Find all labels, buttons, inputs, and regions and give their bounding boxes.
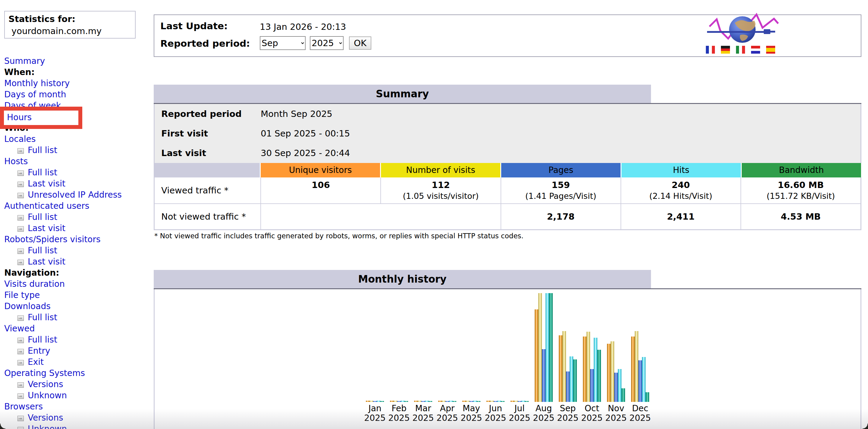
statistics-for-label: Statistics for: (8, 14, 135, 24)
annotation-red-box: Hours (0, 107, 82, 129)
sidebar-row-full-list: Full list (4, 245, 146, 256)
sidebar-row-file-type: File type (4, 290, 146, 301)
sidebar-item-unknown[interactable]: Unknown (28, 424, 67, 429)
bar-pages-apr-2025 (445, 401, 449, 402)
sidebar-row-full-list: Full list (4, 312, 146, 323)
flag-italy-icon[interactable] (736, 46, 745, 54)
monthly-history-title: Monthly history (154, 270, 651, 288)
sidebar-row-unknown: Unknown (4, 423, 146, 429)
year-select[interactable]: 2025 (310, 36, 344, 50)
info-label: Reported period (155, 109, 261, 119)
not-viewed-traffic-label: Not viewed traffic * (155, 204, 260, 229)
sidebar-item-versions[interactable]: Versions (28, 379, 63, 389)
reported-period-label: Reported period: (160, 38, 250, 49)
sidebar-item-entry[interactable]: Entry (28, 346, 50, 356)
bar-hits-mar-2025 (425, 401, 429, 402)
bar-bandwidth-jan-2025 (380, 401, 384, 402)
bar-bandwidth-jun-2025 (501, 401, 504, 402)
info-label: Last visit (155, 148, 261, 158)
summary-values-table: Viewed traffic *106112(1.05 visits/visit… (154, 177, 861, 230)
bar-number-of-visits-feb-2025 (394, 401, 397, 402)
info-value: Month Sep 2025 (261, 109, 333, 119)
sidebar-item-full-list[interactable]: Full list (28, 145, 57, 155)
sidebar-item-hosts[interactable]: Hosts (4, 156, 28, 166)
sidebar-item-hours[interactable]: Hours (7, 110, 32, 124)
window-corner-bottom-right (863, 424, 868, 429)
sidebar-item-last-visit[interactable]: Last visit (28, 179, 65, 189)
sidebar-item-operating-systems[interactable]: Operating Systems (4, 368, 85, 378)
sidebar-item-browsers[interactable]: Browsers (4, 402, 43, 411)
last-update-value: 13 Jan 2026 - 20:13 (260, 22, 346, 32)
not-viewed-empty-cell (260, 204, 500, 229)
sidebar-item-exit[interactable]: Exit (28, 357, 44, 367)
info-value: 30 Sep 2025 - 20:44 (261, 148, 350, 158)
submenu-icon (18, 316, 24, 321)
sidebar-item-days-of-month[interactable]: Days of month (4, 90, 66, 99)
bar-hits-jan-2025 (377, 401, 380, 402)
bar-bandwidth-mar-2025 (429, 401, 432, 402)
bar-number-of-visits-sep-2025 (562, 331, 566, 402)
bar-hits-feb-2025 (401, 401, 404, 402)
metric-header-bandwidth: Bandwidth (741, 163, 861, 177)
bar-number-of-visits-may-2025 (466, 401, 470, 402)
flag-netherlands-icon[interactable] (751, 46, 760, 54)
bar-pages-jan-2025 (373, 401, 377, 402)
viewed-traffic-label: Viewed traffic * (155, 177, 260, 203)
sidebar-row-operating-systems: Operating Systems (4, 367, 146, 379)
sidebar-row-days-of-month: Days of month (4, 89, 146, 100)
sidebar-item-robots-spiders-visitors[interactable]: Robots/Spiders visitors (4, 234, 100, 244)
bar-bandwidth-dec-2025 (646, 392, 649, 402)
awstats-logo (705, 11, 781, 45)
bar-bandwidth-nov-2025 (621, 388, 625, 402)
submenu-icon (18, 360, 24, 365)
bar-hits-may-2025 (473, 401, 477, 402)
ok-button[interactable]: OK (349, 36, 371, 50)
metric-header-spacer (154, 163, 260, 177)
bar-hits-nov-2025 (618, 369, 621, 402)
bar-unique-visitors-mar-2025 (414, 401, 418, 402)
sidebar-item-full-list[interactable]: Full list (28, 245, 57, 256)
sidebar-row-full-list: Full list (4, 167, 146, 178)
not-viewed-value-bandwidth: 4.53 MB (741, 204, 861, 229)
submenu-icon (18, 338, 24, 343)
info-row-reported-period: Reported periodMonth Sep 2025 (155, 104, 861, 124)
sidebar-item-full-list[interactable]: Full list (28, 312, 57, 322)
sidebar-item-full-list[interactable]: Full list (28, 167, 57, 177)
bar-unique-visitors-jul-2025 (510, 401, 514, 402)
sidebar-item-unknown[interactable]: Unknown (28, 390, 67, 400)
sidebar-item-downloads[interactable]: Downloads (4, 301, 51, 311)
viewed-value-pages: 159(1.41 Pages/Visit) (501, 177, 621, 203)
month-select[interactable]: Sep (260, 36, 306, 50)
sidebar-item-last-visit[interactable]: Last visit (28, 257, 65, 267)
sidebar-item-versions[interactable]: Versions (28, 413, 63, 423)
sidebar-row-summary: Summary (4, 56, 146, 67)
sidebar-item-full-list[interactable]: Full list (28, 335, 57, 344)
sidebar-item-last-visit[interactable]: Last visit (28, 223, 65, 233)
info-value: 01 Sep 2025 - 00:15 (261, 128, 350, 139)
sidebar-item-locales[interactable]: Locales (4, 134, 36, 144)
sidebar-item-summary[interactable]: Summary (4, 56, 45, 66)
bar-hits-oct-2025 (594, 338, 597, 402)
sidebar-item-authenticated-users[interactable]: Authenticated users (4, 201, 89, 211)
bar-number-of-visits-dec-2025 (635, 331, 638, 402)
sidebar-item-unresolved-ip-address[interactable]: Unresolved IP Address (28, 190, 122, 200)
sidebar-item-file-type[interactable]: File type (4, 290, 40, 300)
bar-unique-visitors-jun-2025 (487, 401, 490, 402)
sidebar-item-monthly-history[interactable]: Monthly history (4, 78, 70, 88)
submenu-icon (18, 416, 24, 421)
viewed-value-hits: 240(2.14 Hits/Visit) (621, 177, 741, 203)
bar-bandwidth-jul-2025 (525, 401, 529, 402)
sidebar-item-full-list[interactable]: Full list (28, 212, 57, 222)
sidebar-item-viewed[interactable]: Viewed (4, 324, 35, 333)
bar-unique-visitors-jan-2025 (366, 401, 370, 402)
flag-germany-icon[interactable] (721, 46, 730, 54)
flag-spain-icon[interactable] (766, 46, 775, 54)
submenu-icon (18, 148, 24, 154)
sidebar-section-navigation: Navigation: (4, 268, 59, 278)
submenu-icon (18, 226, 24, 232)
summary-info-rows: Reported periodMonth Sep 2025First visit… (154, 104, 861, 163)
flag-france-icon[interactable] (706, 46, 715, 54)
submenu-icon (18, 182, 24, 187)
sidebar-item-visits-duration[interactable]: Visits duration (4, 279, 65, 289)
metric-header-number-of-visits: Number of visits (380, 163, 500, 177)
